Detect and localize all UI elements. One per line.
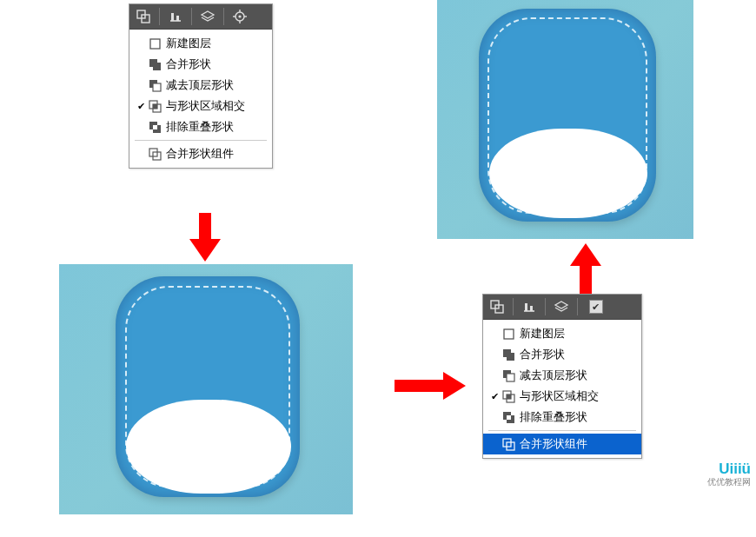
check-mark: ✔ xyxy=(488,391,501,402)
menu-list: 新建图层 合并形状 减去顶层形状 ✔ 与形状区域相交 排除重叠形状 合并形状组件 xyxy=(129,30,272,168)
toolbar-separator xyxy=(159,8,160,25)
intersect-icon xyxy=(501,389,516,403)
menu-item-combine[interactable]: 合并形状 xyxy=(483,344,641,365)
arrow-down xyxy=(189,239,221,262)
svg-rect-21 xyxy=(153,125,157,129)
check-mark: ✔ xyxy=(135,101,147,112)
svg-rect-39 xyxy=(507,415,511,420)
square-icon xyxy=(501,327,516,341)
svg-rect-31 xyxy=(507,353,514,361)
arrow-up xyxy=(570,243,601,266)
svg-point-6 xyxy=(238,15,241,17)
menu-item-exclude[interactable]: 排除重叠形状 xyxy=(483,407,641,428)
checkbox-icon: ✔ xyxy=(589,300,603,314)
menu-item-subtract[interactable]: 减去顶层形状 xyxy=(129,75,272,96)
menu-item-label: 排除重叠形状 xyxy=(520,409,587,425)
toolbar-separator xyxy=(191,8,192,25)
svg-rect-29 xyxy=(504,329,514,339)
svg-rect-15 xyxy=(153,83,161,91)
merge-components-icon xyxy=(147,147,162,161)
menu-item-label: 新建图层 xyxy=(520,326,565,341)
align-icon[interactable] xyxy=(515,295,543,319)
square-icon xyxy=(147,36,162,50)
cutout-ellipse xyxy=(489,129,647,218)
intersect-icon xyxy=(147,99,162,113)
menu-item-label: 合并形状 xyxy=(520,347,565,362)
toolbar xyxy=(129,4,272,30)
menu-item-combine[interactable]: 合并形状 xyxy=(129,54,272,75)
menu-item-label: 新建图层 xyxy=(166,36,211,51)
align-icon[interactable] xyxy=(162,4,189,29)
combine-icon xyxy=(501,348,516,361)
arrow-right xyxy=(443,372,466,400)
menu-item-new-layer[interactable]: 新建图层 xyxy=(129,33,272,54)
combine-icon xyxy=(147,57,162,71)
menu-item-intersect[interactable]: ✔ 与形状区域相交 xyxy=(129,96,272,116)
menu-item-label: 与形状区域相交 xyxy=(166,98,245,114)
toolbar-separator xyxy=(577,298,578,315)
menu-item-label: 合并形状组件 xyxy=(520,436,587,452)
menu-item-merge-components[interactable]: 合并形状组件 xyxy=(129,143,272,164)
menu-item-label: 与形状区域相交 xyxy=(520,388,599,404)
path-ops-icon[interactable] xyxy=(129,4,157,29)
watermark: Uiiiü 优优教程网 xyxy=(707,461,751,487)
toolbar-separator xyxy=(513,298,514,315)
menu-item-subtract[interactable]: 减去顶层形状 xyxy=(483,365,641,386)
subtract-icon xyxy=(501,368,516,382)
path-ops-icon[interactable] xyxy=(483,295,511,319)
arrange-icon[interactable] xyxy=(547,295,575,319)
menu-item-merge-components[interactable]: 合并形状组件 xyxy=(483,434,641,454)
exclude-icon xyxy=(501,410,516,424)
svg-rect-28 xyxy=(530,306,533,311)
canvas-result-top xyxy=(437,0,693,239)
subtract-icon xyxy=(147,78,162,92)
checkbox-option[interactable]: ✔ xyxy=(580,295,614,319)
menu-item-new-layer[interactable]: 新建图层 xyxy=(483,323,641,344)
exclude-icon xyxy=(147,120,162,134)
svg-rect-27 xyxy=(525,303,527,311)
svg-rect-33 xyxy=(507,374,514,381)
arrange-icon[interactable] xyxy=(194,4,222,29)
menu-item-label: 减去顶层形状 xyxy=(520,368,587,383)
menu-list: 新建图层 合并形状 减去顶层形状 ✔ 与形状区域相交 排除重叠形状 合并形状组件 xyxy=(483,320,641,458)
cutout-ellipse xyxy=(126,400,291,494)
shape-mode-menu-1: 新建图层 合并形状 减去顶层形状 ✔ 与形状区域相交 排除重叠形状 合并形状组件 xyxy=(129,3,273,169)
menu-separator xyxy=(488,430,636,431)
menu-item-exclude[interactable]: 排除重叠形状 xyxy=(129,116,272,137)
menu-item-label: 合并形状组件 xyxy=(166,146,234,162)
toolbar-separator xyxy=(223,8,224,25)
watermark-sub: 优优教程网 xyxy=(707,478,751,487)
svg-rect-4 xyxy=(176,16,179,21)
menu-item-intersect[interactable]: ✔ 与形状区域相交 xyxy=(483,386,641,407)
merge-components-icon xyxy=(501,437,516,451)
svg-rect-36 xyxy=(507,394,511,399)
svg-rect-11 xyxy=(150,39,160,49)
menu-item-label: 排除重叠形状 xyxy=(166,119,234,135)
menu-item-label: 减去顶层形状 xyxy=(166,77,234,93)
canvas-intermediate xyxy=(59,264,353,514)
menu-separator xyxy=(135,140,267,141)
watermark-main: Uiiiü xyxy=(719,461,751,477)
shape-mode-menu-2: ✔ 新建图层 合并形状 减去顶层形状 ✔ 与形状区域相交 排除重叠形状 xyxy=(482,294,642,459)
svg-rect-18 xyxy=(153,104,157,109)
svg-rect-3 xyxy=(171,13,174,21)
svg-rect-13 xyxy=(153,63,161,70)
gear-icon[interactable] xyxy=(226,4,254,29)
toolbar-separator xyxy=(545,298,546,315)
toolbar: ✔ xyxy=(483,295,641,320)
menu-item-label: 合并形状 xyxy=(166,56,211,72)
